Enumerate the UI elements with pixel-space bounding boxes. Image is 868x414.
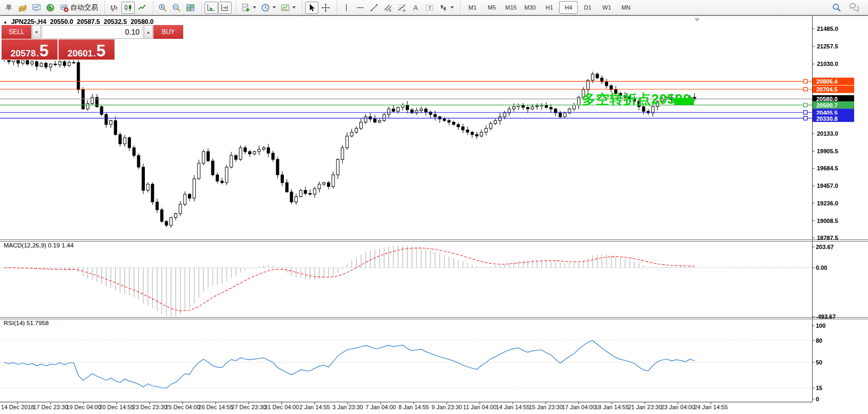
indicators-icon <box>241 3 250 12</box>
timeframe-m15[interactable]: M15 <box>502 1 520 14</box>
candle-body <box>531 106 534 109</box>
search-button[interactable] <box>830 2 844 14</box>
timeframe-d1[interactable]: D1 <box>578 1 597 14</box>
market-watch-button[interactable] <box>16 2 29 14</box>
level-line-handle[interactable] <box>804 117 807 120</box>
candle-body <box>591 74 594 80</box>
collapse-chart-icon[interactable]: ▲ <box>3 20 7 24</box>
candle-body <box>392 109 395 111</box>
candle-body <box>295 196 298 202</box>
candle-body <box>225 167 228 183</box>
templates-button[interactable] <box>279 2 298 14</box>
rsi-line <box>4 341 694 388</box>
arrows-tool-button[interactable] <box>437 2 456 14</box>
green-rectangle-object[interactable] <box>674 98 694 105</box>
buy-price-button[interactable]: 20601.5 <box>59 39 114 60</box>
equidistant-channel-tool-button[interactable]: E <box>381 2 395 14</box>
x-axis-tick-label: 17 Jan 04:00 <box>562 404 596 410</box>
timeframe-w1[interactable]: W1 <box>597 1 616 14</box>
candle-body <box>156 202 159 210</box>
chart-area[interactable]: 21485.021257.521030.020133.019905.519684… <box>0 16 868 414</box>
vertical-line-tool-button[interactable] <box>340 2 353 14</box>
timeframe-mn[interactable]: MN <box>617 1 635 14</box>
line-chart-button[interactable] <box>135 2 149 14</box>
candle-body <box>498 117 501 120</box>
level-line-handle[interactable] <box>804 111 807 114</box>
buy-price-dot: . <box>93 49 96 57</box>
data-window-button[interactable] <box>30 2 43 14</box>
timeframe-h4[interactable]: H4 <box>559 1 578 14</box>
level-line-handle[interactable] <box>804 79 807 83</box>
candle-body <box>81 89 84 109</box>
line-chart-icon <box>137 3 146 12</box>
indicators-button[interactable] <box>239 2 258 14</box>
candle-body <box>332 175 334 187</box>
candlestick-chart-button[interactable] <box>121 2 135 14</box>
timeframe-h1[interactable]: H1 <box>540 1 559 14</box>
volume-increase-button[interactable]: ▲ <box>144 25 153 39</box>
fibonacci-tool-button[interactable]: F <box>395 2 408 14</box>
candle-body <box>45 63 47 67</box>
macd-tick-label: 203.67 <box>816 244 834 250</box>
tile-windows-icon <box>186 3 195 12</box>
candle-body <box>434 114 437 117</box>
svg-text:E: E <box>389 9 392 12</box>
navigator-button[interactable] <box>44 2 57 14</box>
price-tag-label: 20806.4 <box>816 78 838 85</box>
community-chat-button[interactable] <box>847 2 862 14</box>
data-window-icon <box>32 3 41 12</box>
text-tool-button[interactable]: A <box>409 2 422 14</box>
buy-button[interactable]: BUY <box>153 25 183 39</box>
rsi-tick-label: 50 <box>816 359 822 366</box>
crosshair-tool-button[interactable] <box>319 2 332 14</box>
candle-body <box>402 105 404 107</box>
candle-body <box>142 167 145 191</box>
toolbar-separator <box>333 1 337 14</box>
timeframe-m5[interactable]: M5 <box>482 1 501 14</box>
periods-button[interactable] <box>259 2 278 14</box>
candle-body <box>193 179 195 198</box>
sell-button[interactable]: SELL <box>2 25 31 39</box>
volume-input[interactable] <box>42 25 143 39</box>
ohlc-open: 20550.0 <box>50 18 73 26</box>
timeframe-m30[interactable]: M30 <box>521 1 539 14</box>
zoom-out-button[interactable] <box>170 2 183 14</box>
horizontal-line-tool-button[interactable] <box>354 2 367 14</box>
svg-text:T: T <box>428 4 431 10</box>
bar-chart-button[interactable] <box>108 2 121 14</box>
cursor-icon <box>307 3 316 12</box>
candle-body <box>577 97 580 105</box>
candle-body <box>40 63 43 67</box>
zoom-in-button[interactable] <box>156 2 169 14</box>
candle-body <box>174 213 177 217</box>
candle-body <box>397 107 399 111</box>
chart-shift-button[interactable] <box>218 2 232 14</box>
price-tag-label: 20330.8 <box>816 115 838 122</box>
new-order-button[interactable]: 单 <box>2 2 15 14</box>
ohlc-close: 20580.0 <box>130 18 153 26</box>
chart-shift-icon <box>220 3 230 12</box>
trendline-tool-button[interactable] <box>367 2 381 14</box>
fibonacci-icon: F <box>397 3 406 12</box>
level-line-handle[interactable] <box>804 103 807 107</box>
sell-price-button[interactable]: 20578.5 <box>2 39 58 60</box>
volume-decrease-button[interactable]: ▼ <box>32 25 41 39</box>
cursor-tool-button[interactable] <box>305 2 318 14</box>
y-axis-tick-label: 21257.5 <box>817 43 838 49</box>
candle-body <box>350 132 353 136</box>
toolbar-separator <box>150 1 153 14</box>
rsi-tick-label: 0 <box>816 396 819 402</box>
tile-windows-button[interactable] <box>184 2 197 14</box>
text-label-tool-button[interactable]: T <box>423 2 436 14</box>
autotrading-button[interactable]: 自动交易 <box>58 2 100 14</box>
candle-body <box>378 121 381 122</box>
candle-body <box>327 183 330 186</box>
candle-body <box>267 148 269 153</box>
auto-scroll-button[interactable] <box>204 2 218 14</box>
timeframe-m1[interactable]: M1 <box>463 1 482 14</box>
x-axis-tick-label: 17 Dec 23:30 <box>33 404 68 410</box>
x-axis-tick-label: 25 Dec 04:00 <box>165 404 200 410</box>
text-icon: A <box>411 3 420 12</box>
chart-canvas[interactable]: 21485.021257.521030.020133.019905.519684… <box>0 16 868 414</box>
level-line-handle[interactable] <box>804 87 807 91</box>
